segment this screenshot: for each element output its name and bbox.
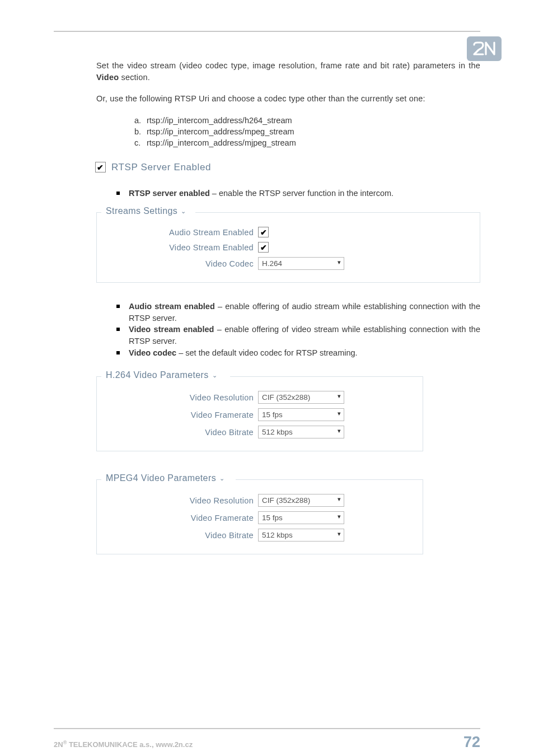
list-item: RTSP server enabled – enable the RTSP se… [116, 188, 480, 199]
text-bold: RTSP server enabled [129, 189, 210, 198]
mpeg4-framerate-select[interactable]: 15 fps [258, 511, 344, 524]
audio-stream-row: Audio Stream Enabled ✔ [104, 227, 473, 237]
field-label: Video Resolution [104, 393, 258, 402]
text-bold: Video stream enabled [129, 325, 214, 334]
select-value: H.264 [262, 259, 282, 268]
mpeg4-parameters-fieldset: MPEG4 Video Parameters ⌄ Video Resolutio… [96, 479, 423, 554]
list-item: rtsp://ip_intercom_address/h264_stream [134, 115, 480, 126]
mpeg4-bitrate-row: Video Bitrate 512 kbps [104, 529, 416, 542]
select-value: 512 kbps [262, 428, 293, 436]
list-item: rtsp://ip_intercom_address/mpeg_stream [134, 126, 480, 137]
video-codec-row: Video Codec H.264 [104, 257, 473, 270]
list-item: Video stream enabled – enable offering o… [116, 324, 480, 347]
fieldset-legend[interactable]: Streams Settings ⌄ [104, 206, 189, 216]
text: section. [119, 73, 150, 82]
text: TELEKOMUNIKACE a.s., www.2n.cz [67, 740, 193, 749]
chevron-down-icon: ⌄ [212, 372, 217, 379]
list-item: Audio stream enabled – enable offering o… [116, 301, 480, 324]
mpeg4-framerate-row: Video Framerate 15 fps [104, 511, 416, 524]
footer-divider [54, 728, 480, 729]
h264-parameters-fieldset: H.264 Video Parameters ⌄ Video Resolutio… [96, 376, 423, 451]
h264-framerate-select[interactable]: 15 fps [258, 408, 344, 421]
rtsp-uri-list: rtsp://ip_intercom_address/h264_stream r… [134, 115, 480, 148]
audio-stream-enabled-checkbox[interactable]: ✔ [258, 227, 269, 237]
brand-logo [467, 36, 502, 61]
field-label: Video Codec [104, 259, 258, 268]
video-stream-row: Video Stream Enabled ✔ [104, 242, 473, 253]
intro-paragraph-2: Or, use the following RTSP Uri and choos… [96, 93, 480, 105]
select-value: 15 fps [262, 514, 283, 522]
fieldset-legend[interactable]: H.264 Video Parameters ⌄ [104, 370, 219, 380]
text-bold: Video codec [129, 348, 176, 357]
h264-bitrate-row: Video Bitrate 512 kbps [104, 426, 416, 438]
select-value: 512 kbps [262, 531, 293, 539]
text-bold: Video [96, 73, 119, 82]
select-value: CIF (352x288) [262, 393, 310, 402]
fieldset-legend[interactable]: MPEG4 Video Parameters ⌄ [104, 473, 227, 483]
streams-description-list: Audio stream enabled – enable offering o… [116, 301, 480, 358]
field-label: Audio Stream Enabled [104, 228, 258, 237]
text: – enable the RTSP server function in the… [210, 189, 394, 198]
select-value: 15 fps [262, 410, 283, 419]
field-label: Video Stream Enabled [104, 243, 258, 252]
field-label: Video Bitrate [104, 531, 258, 540]
field-label: Video Bitrate [104, 428, 258, 437]
field-label: Video Framerate [104, 410, 258, 419]
chevron-down-icon: ⌄ [219, 475, 224, 482]
list-item: rtsp://ip_intercom_address/mjpeg_stream [134, 137, 480, 148]
mpeg4-resolution-row: Video Resolution CIF (352x288) [104, 494, 416, 507]
legend-text: MPEG4 Video Parameters [106, 473, 216, 483]
logo-2n-icon [472, 41, 496, 57]
h264-bitrate-select[interactable]: 512 kbps [258, 426, 344, 438]
field-label: Video Resolution [104, 496, 258, 505]
page-footer: 2N® TELEKOMUNIKACE a.s., www.2n.cz 72 [54, 728, 480, 751]
field-label: Video Framerate [104, 514, 258, 522]
legend-text: H.264 Video Parameters [106, 370, 209, 380]
text-bold: Audio stream enabled [129, 302, 215, 311]
footer-company: 2N® TELEKOMUNIKACE a.s., www.2n.cz [54, 740, 193, 749]
video-codec-select[interactable]: H.264 [258, 257, 344, 270]
rtsp-server-enabled-row: ✔ RTSP Server Enabled [95, 162, 480, 173]
text: Set the video stream (video codec type, … [96, 61, 480, 70]
text: 2N [54, 740, 63, 749]
list-item: Video codec – set the default video code… [116, 347, 480, 359]
rtsp-server-enabled-checkbox[interactable]: ✔ [95, 162, 106, 172]
h264-resolution-row: Video Resolution CIF (352x288) [104, 391, 416, 404]
rtsp-description-list: RTSP server enabled – enable the RTSP se… [116, 188, 480, 199]
page-number: 72 [463, 734, 480, 751]
rtsp-server-enabled-label: RTSP Server Enabled [111, 162, 211, 173]
h264-framerate-row: Video Framerate 15 fps [104, 408, 416, 421]
legend-text: Streams Settings [106, 206, 177, 216]
chevron-down-icon: ⌄ [181, 208, 186, 215]
streams-settings-fieldset: Streams Settings ⌄ Audio Stream Enabled … [96, 212, 480, 283]
select-value: CIF (352x288) [262, 496, 310, 505]
text: – set the default video codec for RTSP s… [176, 348, 357, 357]
intro-paragraph-1: Set the video stream (video codec type, … [96, 60, 480, 83]
h264-resolution-select[interactable]: CIF (352x288) [258, 391, 344, 404]
video-stream-enabled-checkbox[interactable]: ✔ [258, 242, 269, 253]
mpeg4-bitrate-select[interactable]: 512 kbps [258, 529, 344, 542]
mpeg4-resolution-select[interactable]: CIF (352x288) [258, 494, 344, 507]
